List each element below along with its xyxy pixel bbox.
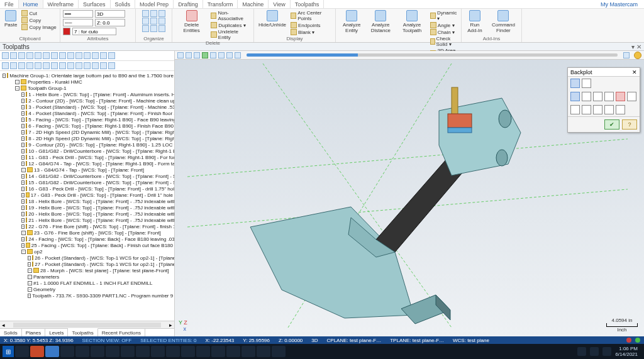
task-icon[interactable] <box>257 346 270 357</box>
color-dd[interactable] <box>63 28 70 35</box>
task-icon[interactable] <box>30 346 44 357</box>
org-icon[interactable] <box>150 18 157 25</box>
loop-icon[interactable] <box>235 52 241 58</box>
ribbon-item[interactable]: Duplicates ▾ <box>211 22 251 28</box>
ribbon-item[interactable]: Arc Center Points <box>291 10 333 21</box>
tree-item[interactable]: –14 - G81/G82 - Drill/Counterbore - [WCS… <box>3 173 173 179</box>
tree-item[interactable]: –10 - G81/G82 - Drill/Counterbore - [WCS… <box>3 148 173 154</box>
task-icon[interactable] <box>75 346 89 357</box>
bp-option-icon[interactable] <box>616 92 625 101</box>
task-icon[interactable] <box>91 346 104 357</box>
frame-back-icon[interactable] <box>194 52 200 58</box>
panel-tab-levels[interactable]: Levels <box>45 329 68 336</box>
tp-toolbar-icon[interactable] <box>92 62 99 69</box>
tree-item[interactable]: –Parameters <box>3 273 173 280</box>
h-scrollbar[interactable]: ◂▸ <box>0 321 174 328</box>
tree-item[interactable]: –27 - Pocket (Standard) - [WCS: Top-1 WC… <box>3 261 173 267</box>
bp-option-icon[interactable] <box>604 105 614 114</box>
task-icon[interactable] <box>166 346 180 357</box>
task-icon[interactable] <box>226 346 240 357</box>
ribbon-item[interactable]: Angle ▾ <box>430 22 458 28</box>
task-icon[interactable] <box>45 346 59 357</box>
start-button[interactable]: ⊞ <box>3 346 14 357</box>
tp-toolbar-icon[interactable] <box>100 52 107 59</box>
bp-option-icon[interactable] <box>627 92 636 101</box>
play-icon[interactable] <box>202 52 208 58</box>
ribbon-item[interactable]: Cut <box>21 10 56 16</box>
ribbon-item[interactable]: Copy <box>21 17 56 23</box>
menu-tab-wireframe[interactable]: Wireframe <box>43 0 79 8</box>
tp-toolbar-icon[interactable] <box>26 52 33 59</box>
menu-tab-transform[interactable]: Transform <box>203 0 238 8</box>
frame-fwd-icon[interactable] <box>210 52 216 58</box>
playback-slider[interactable] <box>247 53 618 57</box>
ribbon-button[interactable]: Analyze Toolpath <box>396 10 427 33</box>
tp-toolbar-icon[interactable] <box>18 52 25 59</box>
ribbon-button[interactable]: Analyze Entity <box>338 10 365 33</box>
z-dd[interactable]: Z: 0.0 <box>95 19 125 26</box>
panel-tab-solids[interactable]: Solids <box>0 329 22 336</box>
linestyle-dd[interactable]: ━━ <box>63 10 93 18</box>
tp-toolbar-icon[interactable] <box>75 62 82 69</box>
tree-item[interactable]: –20 - Helix Bore - [WCS: Top] - [Tplane:… <box>3 211 173 217</box>
panel-tab-planes[interactable]: Planes <box>22 329 45 336</box>
status-wcs[interactable]: WCS: test plane <box>453 338 489 343</box>
tree-item[interactable]: –3 - Pocket (Standard) - [WCS: Top] - [T… <box>3 104 173 110</box>
tp-toolbar-icon[interactable] <box>84 52 91 59</box>
layer-dd[interactable]: 7 : for cuto <box>72 28 116 35</box>
bp-option-icon[interactable] <box>593 92 602 101</box>
ribbon-item[interactable]: Check Solid ▾ <box>430 36 458 47</box>
ribbon-item[interactable]: Endpoints <box>291 22 333 28</box>
task-icon[interactable] <box>15 346 29 357</box>
tp-toolbar-icon[interactable] <box>92 52 99 59</box>
tray-icon[interactable] <box>590 347 599 356</box>
task-icon[interactable] <box>211 346 225 357</box>
menu-tab-model prep[interactable]: Model Prep <box>135 0 174 8</box>
tree-item[interactable]: –Toolpath - 733.7K - S930-3309 PART1.NC … <box>3 292 173 299</box>
tree-item[interactable]: –12 - G84/G74 - Tap - [WCS: Top] - [Tpla… <box>3 160 173 167</box>
tp-toolbar-icon[interactable] <box>59 52 66 59</box>
tp-toolbar-icon[interactable] <box>43 52 50 59</box>
bp-option-icon[interactable] <box>582 79 591 88</box>
tp-toolbar-icon[interactable] <box>59 62 66 69</box>
tree-item[interactable]: –5 - Facing - [WCS: Top] - [Tplane: Righ… <box>3 116 173 123</box>
tp-toolbar-icon[interactable] <box>51 52 58 59</box>
tree-item[interactable]: –18 - Helix Bore - [WCS: Top] - [Tplane:… <box>3 198 173 204</box>
tree-item[interactable]: –21 - Helix Bore - [WCS: Top] - [Tplane:… <box>3 217 173 223</box>
org-icon[interactable] <box>150 10 157 17</box>
menu-tab-drafting[interactable]: Drafting <box>174 0 203 8</box>
weight-dd[interactable]: ── <box>63 19 93 26</box>
tp-toolbar-icon[interactable] <box>84 62 91 69</box>
tree-item[interactable]: –Toolpath Group-1 <box>3 85 173 91</box>
rewind-start-icon[interactable] <box>177 52 184 58</box>
task-icon[interactable] <box>196 346 210 357</box>
org-icon[interactable] <box>142 10 149 17</box>
tree-item[interactable]: –19 - Helix Bore - [WCS: Top] - [Tplane:… <box>3 204 173 211</box>
tree-item[interactable]: –8 - 2D High Speed (2D Dynamic Mill) - [… <box>3 135 173 141</box>
tp-toolbar-icon[interactable] <box>2 52 9 59</box>
tree-item[interactable]: –11 - G83 - Peck Drill - [WCS: Top] - [T… <box>3 154 173 160</box>
panel-dropdown-icon[interactable]: ▾ ✕ <box>631 43 641 50</box>
my-mastercam-link[interactable]: My Mastercam <box>601 1 644 8</box>
org-icon[interactable] <box>158 10 165 17</box>
status-cplane[interactable]: CPLANE: test plane-F… <box>327 338 382 343</box>
tp-toolbar-icon[interactable] <box>67 62 74 69</box>
section-view-status[interactable]: SECTION VIEW: OFF <box>82 338 132 343</box>
bp-option-icon[interactable] <box>604 92 614 101</box>
viewport[interactable]: Y Z x 4.0594 in Inch Backplot✕ <box>175 51 644 336</box>
tree-item[interactable]: –op2 <box>3 248 173 255</box>
tree-item[interactable]: –Geometry <box>3 286 173 292</box>
ribbon-button[interactable]: Analyze Distance <box>365 10 396 33</box>
menu-tab-view[interactable]: View <box>269 0 290 8</box>
tree-item[interactable]: –25 - Facing - [WCS: Top] - [Tplane: Bac… <box>3 242 173 248</box>
hide-unhide-button[interactable]: Hide/Unhide <box>257 10 288 28</box>
status-mode[interactable]: 3D <box>311 338 318 343</box>
backplot-ok-button[interactable]: ✔ <box>604 119 619 130</box>
tree-item[interactable]: –28 - Morph - [WCS: test plane] - [Tplan… <box>3 267 173 273</box>
system-tray[interactable]: 1:06 PM 6/14/2021 <box>577 346 641 357</box>
tree-item[interactable]: –13 - G84/G74 - Tap - [WCS: Top] - [Tpla… <box>3 167 173 173</box>
tp-toolbar-icon[interactable] <box>18 62 25 69</box>
tree-item[interactable]: –22 - G76 - Fine Bore (shift) - [WCS: To… <box>3 223 173 229</box>
close-icon[interactable]: ✕ <box>632 69 637 75</box>
step-back-icon[interactable] <box>186 52 192 58</box>
